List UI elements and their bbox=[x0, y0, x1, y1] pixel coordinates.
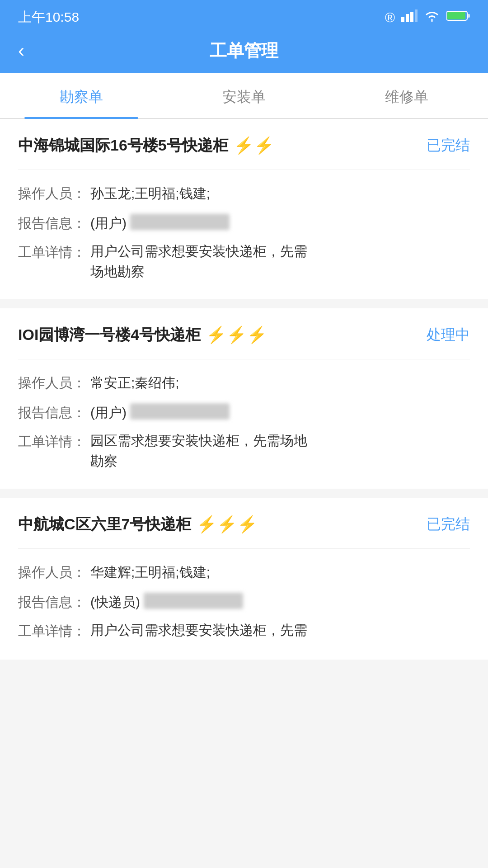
report-phone-3 bbox=[144, 593, 243, 609]
status-bar: 上午10:58 ® bbox=[0, 0, 488, 32]
report-user-type-3: (快递员) bbox=[90, 594, 140, 609]
priority-icons-1: ⚡ ⚡ bbox=[234, 137, 274, 154]
operator-label-1: 操作人员： bbox=[18, 183, 90, 204]
lightning-2a: ⚡ bbox=[206, 327, 226, 343]
detail-content-3a: 用户公司需求想要安装快递柜，先需 bbox=[90, 621, 307, 640]
lightning-2b: ⚡ bbox=[226, 327, 247, 343]
lightning-3a: ⚡ bbox=[197, 516, 217, 533]
svg-rect-5 bbox=[447, 12, 465, 19]
card-divider-2 bbox=[18, 359, 470, 359]
tab-survey[interactable]: 勘察单 bbox=[0, 73, 163, 118]
card-status-3: 已完结 bbox=[427, 514, 470, 534]
card-divider-3 bbox=[18, 548, 470, 549]
card-title-3: 中航城C区六里7号快递柜 bbox=[18, 514, 191, 535]
signal-icon bbox=[401, 9, 418, 25]
detail-content-2a: 园区需求想要安装快递柜，先需场地 bbox=[90, 432, 307, 450]
report-user-type-1: (用户) bbox=[90, 216, 127, 231]
operator-value-2: 常安正;秦绍伟; bbox=[90, 372, 470, 394]
detail-field-3: 工单详情： 用户公司需求想要安装快递柜，先需 bbox=[18, 621, 470, 642]
report-field-1: 报告信息： (用户) bbox=[18, 212, 470, 234]
status-time: 上午10:58 bbox=[18, 8, 79, 27]
detail-field-1: 工单详情： 用户公司需求想要安装快递柜，先需 场地勘察 bbox=[18, 242, 470, 281]
card-title-1: 中海锦城国际16号楼5号快递柜 bbox=[18, 135, 228, 156]
report-user-type-2: (用户) bbox=[90, 405, 127, 420]
card-header-1: 中海锦城国际16号楼5号快递柜 ⚡ ⚡ 已完结 bbox=[18, 135, 470, 156]
navbar: ‹ 工单管理 bbox=[0, 32, 488, 73]
operator-field-1: 操作人员： 孙玉龙;王明福;钱建; bbox=[18, 183, 470, 204]
tabs-container: 勘察单 安装单 维修单 bbox=[0, 73, 488, 119]
page-title: 工单管理 bbox=[210, 39, 278, 62]
priority-icons-2: ⚡ ⚡ ⚡ bbox=[206, 327, 267, 343]
tab-repair[interactable]: 维修单 bbox=[325, 73, 488, 118]
registered-icon: ® bbox=[385, 10, 395, 25]
card-header-3: 中航城C区六里7号快递柜 ⚡ ⚡ ⚡ 已完结 bbox=[18, 514, 470, 535]
operator-field-3: 操作人员： 华建辉;王明福;钱建; bbox=[18, 561, 470, 583]
report-label-2: 报告信息： bbox=[18, 402, 90, 424]
svg-rect-3 bbox=[415, 9, 418, 22]
card-status-2: 处理中 bbox=[427, 325, 470, 345]
lightning-1a: ⚡ bbox=[234, 137, 254, 154]
lightning-3b: ⚡ bbox=[217, 516, 237, 533]
detail-content-1b: 场地勘察 bbox=[90, 263, 307, 281]
operator-label-2: 操作人员： bbox=[18, 372, 90, 394]
cards-list: 中海锦城国际16号楼5号快递柜 ⚡ ⚡ 已完结 操作人员： 孙玉龙;王明福;钱建… bbox=[0, 119, 488, 660]
wifi-icon bbox=[424, 9, 440, 25]
back-button[interactable]: ‹ bbox=[18, 41, 24, 60]
battery-icon bbox=[446, 9, 470, 25]
priority-icons-3: ⚡ ⚡ ⚡ bbox=[197, 516, 258, 533]
detail-field-2: 工单详情： 园区需求想要安装快递柜，先需场地 勘察 bbox=[18, 432, 470, 471]
operator-value-1: 孙玉龙;王明福;钱建; bbox=[90, 183, 470, 204]
card-header-2: IOI园博湾一号楼4号快递柜 ⚡ ⚡ ⚡ 处理中 bbox=[18, 325, 470, 345]
report-phone-2 bbox=[130, 403, 230, 420]
lightning-2c: ⚡ bbox=[247, 327, 267, 343]
operator-label-3: 操作人员： bbox=[18, 561, 90, 583]
card-status-1: 已完结 bbox=[427, 136, 470, 156]
tab-install[interactable]: 安装单 bbox=[163, 73, 325, 118]
lightning-1b: ⚡ bbox=[254, 137, 274, 154]
report-label-3: 报告信息： bbox=[18, 591, 90, 613]
work-order-card-1: 中海锦城国际16号楼5号快递柜 ⚡ ⚡ 已完结 操作人员： 孙玉龙;王明福;钱建… bbox=[0, 119, 488, 299]
svg-rect-1 bbox=[406, 14, 409, 22]
report-label-1: 报告信息： bbox=[18, 212, 90, 234]
svg-rect-6 bbox=[468, 14, 470, 18]
report-field-2: 报告信息： (用户) bbox=[18, 402, 470, 424]
detail-content-1a: 用户公司需求想要安装快递柜，先需 bbox=[90, 242, 307, 261]
operator-value-3: 华建辉;王明福;钱建; bbox=[90, 561, 470, 583]
report-field-3: 报告信息： (快递员) bbox=[18, 591, 470, 613]
status-icons: ® bbox=[385, 9, 470, 25]
operator-field-2: 操作人员： 常安正;秦绍伟; bbox=[18, 372, 470, 394]
detail-label-3: 工单详情： bbox=[18, 621, 90, 641]
detail-label-2: 工单详情： bbox=[18, 432, 90, 451]
lightning-3c: ⚡ bbox=[237, 516, 258, 533]
detail-content-2b: 勘察 bbox=[90, 452, 307, 471]
svg-rect-2 bbox=[410, 12, 413, 22]
card-title-2: IOI园博湾一号楼4号快递柜 bbox=[18, 325, 201, 345]
detail-label-1: 工单详情： bbox=[18, 242, 90, 262]
work-order-card-3: 中航城C区六里7号快递柜 ⚡ ⚡ ⚡ 已完结 操作人员： 华建辉;王明福;钱建;… bbox=[0, 498, 488, 660]
report-phone-1 bbox=[130, 214, 230, 230]
card-divider-1 bbox=[18, 170, 470, 170]
work-order-card-2: IOI园博湾一号楼4号快递柜 ⚡ ⚡ ⚡ 处理中 操作人员： 常安正;秦绍伟; … bbox=[0, 308, 488, 489]
svg-rect-0 bbox=[401, 17, 404, 22]
